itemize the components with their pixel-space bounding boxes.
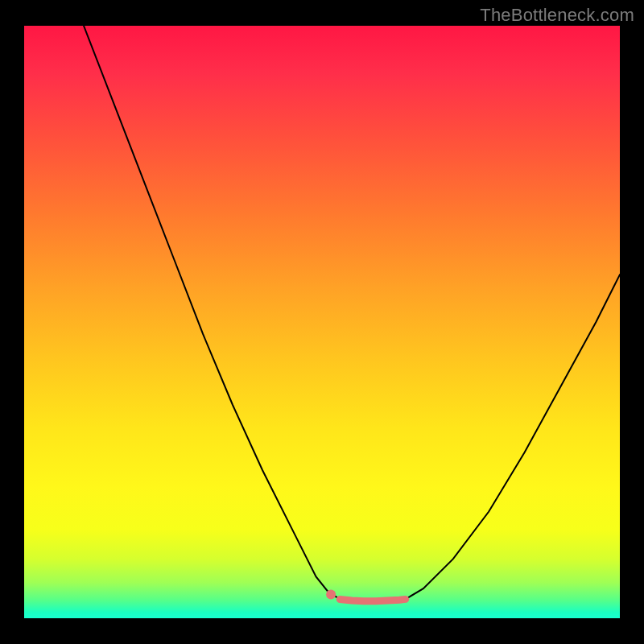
svg-point-0	[326, 590, 336, 600]
left-curve	[84, 26, 340, 599]
curve-layer	[24, 26, 620, 618]
flat-bottom-marker	[340, 599, 405, 601]
left-dot	[326, 590, 336, 600]
watermark-text: TheBottleneck.com	[480, 5, 634, 26]
chart-frame: TheBottleneck.com	[0, 0, 644, 644]
plot-area	[24, 26, 620, 618]
right-curve	[406, 275, 620, 599]
